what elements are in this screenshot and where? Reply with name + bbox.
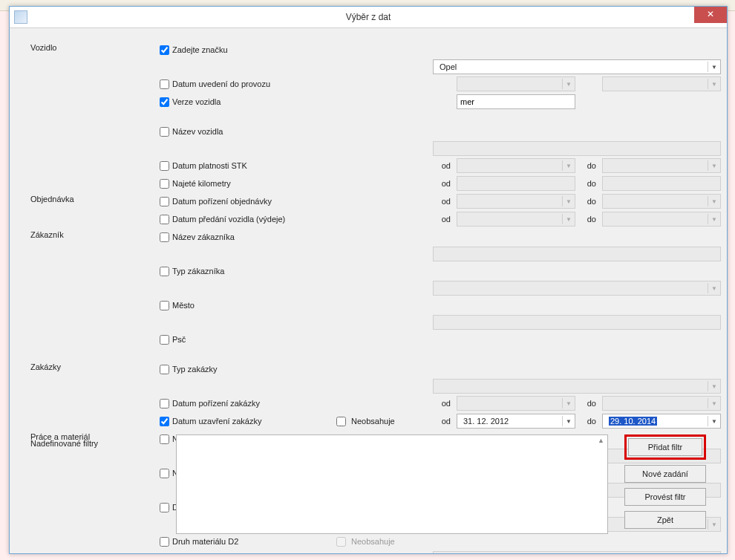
lbl-stk: Datum platnosti STK [172, 161, 247, 170]
chk-zak-typ[interactable] [160, 267, 169, 276]
window-title: Výběr z dat [10, 12, 727, 22]
chk-zk-neobsahuje[interactable] [336, 417, 346, 426]
filters-label: Nadefinované filtry [30, 439, 98, 448]
chk-zk-typ[interactable] [160, 365, 169, 374]
section-zakazky: Zakázky [30, 361, 157, 371]
chk-nazev-vozidla[interactable] [160, 127, 169, 137]
chk-km[interactable] [160, 179, 169, 189]
input-km-do [602, 176, 721, 191]
titlebar: Výběr z dat ✕ [10, 7, 727, 28]
lbl-nazev-vozidla: Název vozidla [172, 127, 223, 136]
chk-zk-uzavreni[interactable] [160, 417, 169, 426]
lbl-verze: Verze vozidla [172, 97, 220, 106]
chk-zak-psc[interactable] [160, 335, 169, 345]
combo-stk-do: ▼ [602, 158, 721, 173]
section-zakaznik: Zákazník [30, 229, 157, 239]
input-zak-nazev [433, 247, 721, 261]
input-nazev-vozidla [433, 141, 721, 156]
combo-znacka[interactable]: Opel ▼ [433, 59, 721, 74]
close-button[interactable]: ✕ [694, 7, 727, 23]
section-vozidlo: Vozidlo [30, 42, 157, 52]
combo-zk-porizeni-od: ▼ [457, 396, 575, 411]
highlight-add-filter: Přidat filtr [624, 434, 706, 460]
filters-textarea[interactable]: ▲ [176, 434, 608, 534]
input-verze[interactable] [457, 94, 575, 109]
combo-zak-typ: ▼ [433, 281, 721, 296]
dialog-body: Vozidlo Zadejte značku Opel ▼ Datum uved… [10, 28, 727, 553]
chk-zak-mesto[interactable] [160, 301, 169, 310]
combo-stk-od: ▼ [457, 158, 575, 173]
button-column: Přidat filtr Nové zadání Provést filtr Z… [624, 434, 706, 529]
lbl-od: od [433, 161, 454, 170]
lbl-km: Najeté kilometry [172, 179, 231, 188]
chevron-down-icon: ▼ [708, 416, 720, 426]
chk-stk[interactable] [160, 161, 169, 171]
btn-back[interactable]: Zpět [624, 511, 706, 529]
lbl-do: do [578, 161, 599, 170]
combo-obj-porizeni-od: ▼ [457, 194, 575, 209]
dialog-window: Výběr z dat ✕ Vozidlo Zadejte značku Ope… [9, 6, 728, 554]
scroll-up-icon: ▲ [598, 437, 604, 444]
combo-zk-uzavreni-do[interactable]: 29. 10. 2014 ▼ [602, 414, 721, 429]
combo-zk-porizeni-do: ▼ [602, 396, 721, 411]
filters-area: Nadefinované filtry ▲ Přidat filtr Nové … [30, 434, 706, 546]
chk-zk-porizeni[interactable] [160, 399, 169, 408]
chk-obj-porizeni[interactable] [160, 197, 169, 206]
lbl-provoz: Datum uvedení do provozu [172, 79, 270, 88]
combo-obj-porizeni-do: ▼ [602, 194, 721, 209]
btn-new[interactable]: Nové zadání [624, 465, 706, 483]
btn-add-filter[interactable]: Přidat filtr [628, 438, 702, 456]
lbl-znacka: Zadejte značku [172, 45, 228, 54]
chevron-down-icon: ▼ [708, 62, 720, 72]
input-zak-mesto [433, 315, 721, 330]
combo-provoz-do: ▼ [602, 76, 721, 91]
app-icon [14, 10, 27, 24]
combo-provoz-od: ▼ [457, 76, 575, 91]
combo-obj-predani-od: ▼ [457, 212, 575, 227]
combo-zk-uzavreni-od[interactable]: 31. 12. 2012 ▼ [457, 414, 575, 429]
combo-obj-predani-do: ▼ [602, 212, 721, 227]
combo-druh-d2: ▼ [433, 551, 721, 553]
chk-obj-predani[interactable] [160, 215, 169, 224]
section-objednavka: Objednávka [30, 193, 157, 204]
chk-verze[interactable] [160, 97, 169, 107]
chk-zak-nazev[interactable] [160, 232, 169, 242]
chevron-down-icon: ▼ [562, 416, 575, 426]
btn-run[interactable]: Provést filtr [624, 488, 706, 506]
input-km-od [457, 176, 575, 191]
chk-znacka[interactable] [160, 45, 169, 55]
combo-zk-typ: ▼ [433, 379, 721, 394]
chk-provoz[interactable] [160, 79, 169, 89]
